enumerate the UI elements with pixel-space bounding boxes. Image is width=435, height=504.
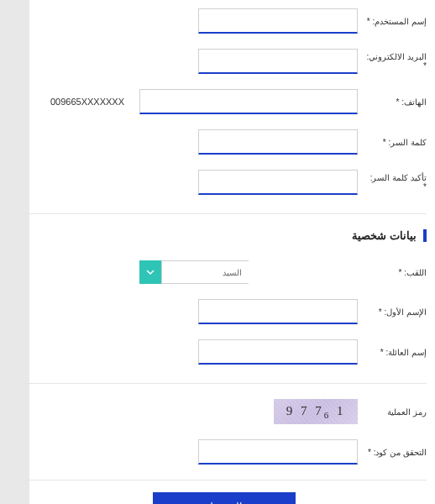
captcha-label: رمز العملية [366,407,427,417]
lastname-input[interactable] [198,339,359,365]
verify-input[interactable] [198,439,359,465]
firstname-row: الإسم الأول: * [29,299,427,324]
divider [21,383,427,384]
captcha-text: 1 76 7 9 [286,404,346,420]
phone-hint: 009665XXXXXXX [50,97,124,107]
personal-section-title: بيانات شخصية [29,229,427,242]
registration-form: إسم المستخدم: * البريد الالكتروني: * اله… [29,0,435,504]
phone-row: الهاتف: * 009665XXXXXXX [29,89,427,114]
confirm-password-label: تأكيد كلمة السر: * [366,173,427,192]
captcha-image: 1 76 7 9 [274,399,358,424]
confirm-password-input[interactable] [198,170,359,195]
username-label: إسم المستخدم: * [366,17,427,26]
email-label: البريد الالكتروني: * [366,52,427,71]
password-label: كلمة السر: * [366,138,427,147]
captcha-row: رمز العملية 1 76 7 9 [29,399,427,424]
divider [21,213,427,214]
lastname-row: إسم العائلة: * [29,339,427,365]
username-row: إسم المستخدم: * [29,8,427,34]
lastname-label: إسم العائلة: * [366,348,427,357]
email-input[interactable] [198,49,359,74]
firstname-input[interactable] [198,299,359,324]
chevron-down-icon [146,268,155,276]
title-row: اللقب: * السيد [29,260,427,284]
phone-label: الهاتف: * [366,97,427,107]
phone-input[interactable] [139,89,358,114]
title-dropdown-value: السيد [161,260,249,284]
verify-row: التحقق من كود: * [29,439,427,465]
title-dropdown-button[interactable] [139,260,161,284]
confirm-password-row: تأكيد كلمة السر: * [29,170,427,195]
title-dropdown[interactable]: السيد [139,260,249,284]
firstname-label: الإسم الأول: * [366,307,427,317]
username-input[interactable] [198,8,359,34]
password-row: كلمة السر: * [29,129,427,155]
email-row: البريد الالكتروني: * [29,49,427,74]
title-label: اللقب: * [366,268,427,277]
submit-button[interactable]: التسجيل [153,492,296,504]
password-input[interactable] [198,129,359,155]
verify-label: التحقق من كود: * [366,448,427,457]
submit-area: التسجيل [21,480,427,504]
